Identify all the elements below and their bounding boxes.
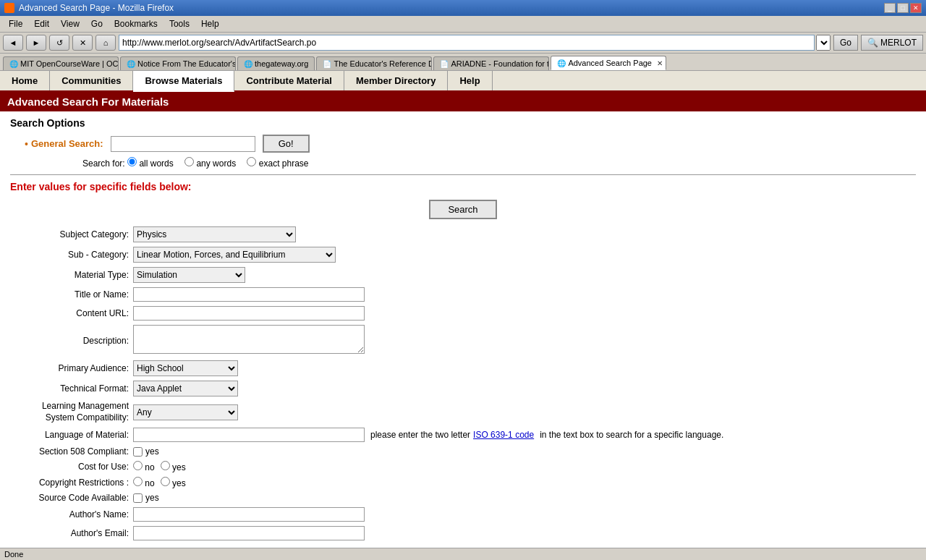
lms-label: Learning Management System Compatibility… [17, 401, 133, 423]
author-name-field[interactable] [133, 507, 365, 522]
nav-browse-materials[interactable]: Browse Materials [133, 71, 234, 92]
iso-link[interactable]: ISO 639-1 code [473, 430, 534, 440]
radio-exact-phrase[interactable] [247, 157, 256, 166]
refresh-button[interactable]: ↺ [49, 35, 69, 51]
tab-close-icon[interactable]: ✕ [657, 59, 663, 67]
tab-6-active[interactable]: 🌐 Advanced Search Page ✕ [551, 56, 666, 70]
menu-help[interactable]: Help [195, 17, 225, 30]
description-field[interactable] [133, 325, 365, 354]
author-name-input [133, 507, 365, 522]
content-url-field[interactable] [133, 306, 365, 321]
author-email-field[interactable] [133, 526, 365, 540]
primary-audience-row: Primary Audience: High School Elementary… [17, 360, 916, 376]
search-for-label: Search for: [82, 158, 125, 169]
menu-edit[interactable]: Edit [28, 17, 55, 30]
go-button[interactable]: Go! [263, 135, 310, 153]
tab-1[interactable]: 🌐 MIT OpenCourseWare | OCW Home [3, 56, 119, 70]
tab-icon-6: 🌐 [557, 59, 566, 67]
page-nav: Home Communities Browse Materials Contri… [0, 71, 926, 92]
general-search-row: • General Search: Go! [10, 135, 916, 153]
nav-help[interactable]: Help [448, 71, 492, 90]
copyright-yes-label[interactable]: yes [161, 477, 186, 488]
tab-icon-4: 📄 [323, 60, 331, 68]
nav-communities[interactable]: Communities [50, 71, 133, 90]
maximize-button[interactable]: □ [897, 3, 909, 13]
radio-any-words[interactable] [184, 157, 194, 166]
tab-4[interactable]: 📄 The Educator's Reference Desk: R... [316, 56, 432, 70]
source-code-input: yes [133, 493, 159, 503]
lms-select[interactable]: Any Blackboard Moodle [133, 404, 238, 420]
title-name-field[interactable] [133, 287, 365, 302]
lms-row: Learning Management System Compatibility… [17, 401, 916, 423]
author-email-label: Author's Email: [17, 528, 133, 538]
stop-button[interactable]: ✕ [72, 35, 93, 51]
menu-bookmarks[interactable]: Bookmarks [109, 17, 163, 30]
address-dropdown[interactable] [816, 35, 831, 51]
menu-go[interactable]: Go [85, 17, 109, 30]
address-input[interactable] [119, 35, 815, 51]
tab-5[interactable]: 📄 ARIADNE - Foundation for the Eur... [433, 56, 549, 70]
tab-icon-3: 🌐 [244, 60, 252, 68]
technical-format-select[interactable]: Java Applet Flash HTML PDF [133, 381, 238, 396]
radio-all-words[interactable] [127, 157, 137, 166]
subject-category-select[interactable]: Physics Arts Biology Business Chemistry … [133, 226, 296, 242]
radio-all-words-label[interactable]: all words [127, 158, 176, 169]
merlot-button[interactable]: 🔍 MERLOT [861, 35, 923, 51]
section-508-row: Section 508 Compliant: yes [17, 446, 916, 457]
cost-no-label[interactable]: no [133, 461, 155, 472]
copyright-no-radio[interactable] [133, 477, 143, 486]
menu-tools[interactable]: Tools [163, 17, 195, 30]
cost-no-radio[interactable] [133, 461, 143, 470]
cost-for-use-input: no yes [133, 461, 186, 472]
material-type-input: Simulation Animation Assessment Case Stu… [133, 267, 245, 283]
source-code-checkbox[interactable] [133, 493, 143, 503]
search-options-title: Search Options [10, 117, 916, 129]
back-button[interactable]: ◄ [3, 35, 23, 51]
search-button[interactable]: Search [429, 200, 496, 219]
browser-menubar: File Edit View Go Bookmarks Tools Help [0, 16, 926, 33]
minimize-button[interactable]: _ [884, 3, 896, 13]
forward-button[interactable]: ► [26, 35, 46, 51]
title-name-row: Title or Name: [17, 287, 916, 302]
general-search-input[interactable] [111, 136, 255, 152]
nav-member-directory[interactable]: Member Directory [344, 71, 449, 90]
home-button[interactable]: ⌂ [95, 35, 116, 51]
copyright-no-label[interactable]: no [133, 477, 155, 488]
author-email-input [133, 526, 365, 540]
nav-contribute[interactable]: Contribute Material [234, 71, 344, 90]
search-for-row: Search for: all words any words exact ph… [10, 157, 916, 169]
tab-3[interactable]: 🌐 thegateway.org [237, 56, 315, 70]
nav-home[interactable]: Home [0, 71, 50, 90]
technical-format-label: Technical Format: [17, 383, 133, 394]
cost-yes-radio[interactable] [161, 461, 170, 470]
radio-any-words-label[interactable]: any words [184, 158, 238, 169]
cost-yes-label[interactable]: yes [161, 461, 186, 472]
general-search-label: General Search: [31, 138, 103, 149]
section-508-checkbox[interactable] [133, 447, 143, 457]
fields-table: Subject Category: Physics Arts Biology B… [17, 226, 916, 540]
radio-exact-phrase-label[interactable]: exact phrase [247, 158, 308, 169]
sub-category-row: Sub - Category: Linear Motion, Forces, a… [17, 247, 916, 263]
cost-for-use-label: Cost for Use: [17, 462, 133, 472]
general-search-label-group: • General Search: [25, 138, 103, 150]
primary-audience-select[interactable]: High School Elementary School Middle Sch… [133, 360, 238, 376]
copyright-row: Copyright Restrictions : no yes [17, 477, 916, 488]
sub-category-select[interactable]: Linear Motion, Forces, and Equilibrium C… [133, 247, 336, 263]
material-type-row: Material Type: Simulation Animation Asse… [17, 267, 916, 283]
tab-2[interactable]: 🌐 Notice From The Educator's Refere... [120, 56, 236, 70]
tab-icon-1: 🌐 [9, 60, 18, 68]
browser-title: Advanced Search Page - Mozilla Firefox [19, 3, 880, 13]
language-note2: in the text box to search for a specific… [540, 430, 723, 440]
menu-view[interactable]: View [55, 17, 85, 30]
language-field[interactable] [133, 428, 365, 442]
title-name-label: Title or Name: [17, 289, 133, 300]
language-note: please enter the two letter [370, 430, 470, 440]
subject-category-label: Subject Category: [17, 229, 133, 239]
description-row: Description: [17, 325, 916, 356]
browser-go-button[interactable]: Go [833, 35, 858, 51]
close-button[interactable]: ✕ [910, 3, 922, 13]
copyright-yes-radio[interactable] [161, 477, 170, 486]
language-input: please enter the two letter ISO 639-1 co… [133, 428, 723, 442]
material-type-select[interactable]: Simulation Animation Assessment Case Stu… [133, 267, 245, 283]
menu-file[interactable]: File [3, 17, 28, 30]
